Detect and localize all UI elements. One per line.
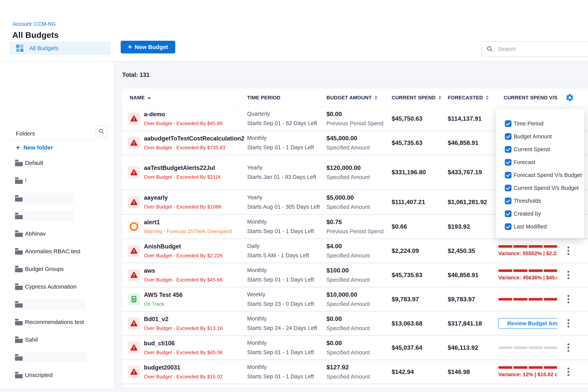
row-menu-kebab-button[interactable]: [566, 342, 571, 354]
folder-icon: [15, 248, 23, 254]
folder-item[interactable]: [0, 190, 114, 207]
budget-amount: $10,000.00: [326, 291, 370, 298]
current-spend: $45,735.63: [392, 139, 422, 146]
current-spend: $331,196.80: [392, 169, 426, 176]
column-menu-item[interactable]: Time Period: [496, 117, 584, 130]
column-header-budget-amount[interactable]: BUDGET AMOUNT: [326, 88, 378, 107]
new-budget-button[interactable]: + New Budget: [121, 41, 175, 54]
forecasted: $433,767.19: [448, 169, 482, 176]
budgets-grid-icon: [16, 44, 24, 52]
period-type: Yearly: [247, 194, 320, 200]
table-row[interactable]: AWS Test 456On TrackWeeklyStarts Sep 23 …: [122, 288, 588, 311]
spend-vs-budget-cell: Review Budget Amount: [498, 312, 557, 335]
column-header-label: BUDGET AMOUNT: [326, 95, 372, 101]
checkbox-checked[interactable]: [505, 146, 512, 153]
column-settings-gear-button[interactable]: [564, 88, 576, 107]
review-budget-amount-button[interactable]: Review Budget Amount: [498, 318, 557, 328]
budget-amount-type: Specified Amount: [326, 301, 370, 307]
checkbox-checked[interactable]: [505, 133, 512, 140]
folder-item[interactable]: [0, 207, 114, 225]
table-row[interactable]: AnishBudgetOver Budget - Exceeded By $2.…: [122, 239, 588, 262]
current-spend: $45,750.63: [392, 115, 422, 122]
column-menu-item[interactable]: Last Modified: [496, 220, 584, 233]
checkbox-checked[interactable]: [505, 120, 512, 127]
column-menu-item[interactable]: Current Spend V/s Budget: [496, 182, 584, 194]
checkbox-checked[interactable]: [505, 210, 512, 217]
period-detail: Starts Sep 01 - 1 Days Left: [247, 144, 314, 151]
folder-item[interactable]: Cypress Automation: [0, 278, 114, 296]
checkbox-checked[interactable]: [505, 185, 512, 192]
period-detail: Starts Sep 01 - 62 Days Left: [247, 120, 317, 126]
budget-amount-type: Specified Amount: [326, 174, 370, 180]
folder-search-button[interactable]: [95, 125, 107, 137]
checkbox-checked[interactable]: [505, 172, 512, 178]
folder-item[interactable]: [0, 296, 114, 313]
forecasted-cell: $46,858.91: [448, 264, 478, 286]
sort-icon: [374, 96, 378, 100]
period-detail: Starts Sep 24 - 24 Days Left: [247, 325, 317, 331]
folder-name: Cypress Automation: [25, 284, 76, 290]
budget-name-cell: alert1Warning - Forecast 25756% Overspen…: [144, 215, 232, 238]
page-title: All Budgets: [12, 30, 58, 40]
column-menu-label: Forecast: [514, 159, 535, 166]
row-menu-kebab-button[interactable]: [566, 317, 571, 330]
folder-item[interactable]: Abhinav: [0, 225, 114, 242]
column-menu-item[interactable]: Thresholds: [496, 194, 584, 207]
budget-amount-type: Specified Amount: [326, 349, 370, 356]
column-menu-item[interactable]: Forecast: [496, 156, 584, 169]
column-menu-item[interactable]: Forecast Spend V/s Budget: [496, 169, 584, 182]
table-row[interactable]: Bd01_v2Over Budget - Exceeded By $13.1KM…: [122, 312, 588, 335]
column-header-current-spend[interactable]: CURRENT SPEND: [392, 88, 442, 107]
folder-name: Recommendations test: [25, 319, 84, 325]
current-spend-cell: $111,407.21: [392, 190, 425, 214]
row-menu-kebab-button[interactable]: [566, 293, 571, 305]
column-header-name[interactable]: NAME: [130, 88, 151, 107]
new-folder-button[interactable]: + New folder: [16, 143, 53, 152]
time-period-cell: MonthlyStarts Sep 01 - 1 Days Left: [247, 360, 314, 383]
variance-label: Variance: 45636% | $45.6K over: [498, 275, 557, 281]
table-row[interactable]: awsOver Budget - Exceeded By $45.6KMonth…: [122, 264, 588, 286]
folder-item[interactable]: [0, 348, 114, 366]
forecasted-cell: $2,450.35: [448, 239, 475, 262]
column-header-label: TIME PERIOD: [247, 95, 280, 101]
search-box[interactable]: [481, 42, 588, 56]
column-header-label: NAME: [130, 95, 145, 101]
folder-item[interactable]: Sahil: [0, 331, 114, 348]
folder-item[interactable]: Anomalies RBAC test: [0, 242, 114, 260]
folder-item[interactable]: Default: [0, 154, 114, 172]
budget-amount-cell: $127.92Specified Amount: [326, 360, 370, 383]
row-menu-kebab-button[interactable]: [566, 244, 571, 257]
budget-name: alert1: [144, 219, 232, 226]
checkbox-checked[interactable]: [505, 198, 512, 204]
search-input[interactable]: [497, 46, 571, 52]
checkbox-checked[interactable]: [505, 223, 512, 230]
column-menu-item[interactable]: Current Spend: [496, 143, 584, 156]
column-menu-item[interactable]: Created by: [496, 207, 584, 220]
folder-item[interactable]: abcd: [0, 384, 114, 388]
row-menu-kebab-button[interactable]: [566, 366, 571, 378]
row-menu-kebab-button[interactable]: [566, 269, 571, 281]
warning-triangle-icon: [130, 247, 138, 254]
budget-name: a-demo: [144, 111, 223, 118]
account-breadcrumb-link[interactable]: Account: CCM-NG: [13, 21, 56, 27]
period-type: Monthly: [247, 219, 314, 225]
calculator-icon: [130, 295, 138, 303]
folder-item[interactable]: !: [0, 172, 114, 190]
column-header-forecasted[interactable]: FORECASTED: [448, 88, 489, 107]
spend-vs-budget-cell: [498, 336, 557, 359]
column-menu-item[interactable]: Budget Amount: [496, 130, 584, 143]
folder-item[interactable]: Unscripted: [0, 366, 114, 384]
budget-amount-type: Specified Amount: [326, 325, 370, 332]
redacted-folder-name: [24, 193, 74, 204]
folder-item[interactable]: Budget Groups: [0, 260, 114, 278]
forecasted-cell: $46,113.92: [448, 336, 478, 359]
checkbox-checked[interactable]: [505, 159, 512, 166]
sidebar-item-all-budgets[interactable]: All Budgets: [10, 42, 111, 55]
column-header-current-spend-v-s-budget: CURRENT SPEND V/S BUDGET: [504, 88, 557, 107]
table-row[interactable]: bud_cli106Over Budget - Exceeded By $45.…: [122, 336, 588, 359]
table-row[interactable]: budget20031Over Budget - Exceeded By $15…: [122, 360, 588, 383]
budget-amount-type: Specified Amount: [326, 374, 370, 380]
folder-item[interactable]: Recommendations test: [0, 313, 114, 331]
budget-name: aws: [144, 267, 223, 274]
budget-status: Over Budget - Exceeded By $45.8K: [144, 120, 223, 126]
